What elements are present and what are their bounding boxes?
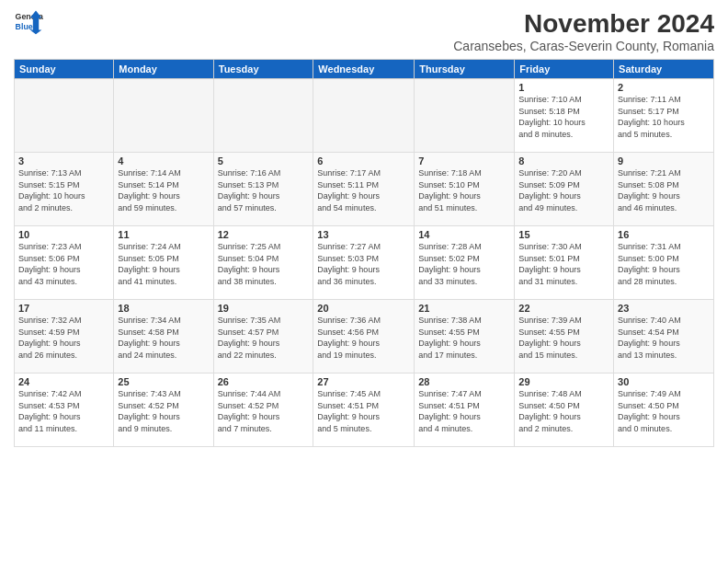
title-area: November 2024 Caransebes, Caras-Severin … bbox=[453, 9, 714, 53]
week-row-1: 1Sunrise: 7:10 AM Sunset: 5:18 PM Daylig… bbox=[15, 79, 714, 153]
day-number: 18 bbox=[118, 303, 209, 314]
day-cell: 30Sunrise: 7:49 AM Sunset: 4:50 PM Dayli… bbox=[614, 373, 714, 447]
day-number: 11 bbox=[118, 229, 209, 240]
col-sunday: Sunday bbox=[15, 60, 114, 79]
day-cell bbox=[313, 79, 415, 153]
day-info: Sunrise: 7:32 AM Sunset: 4:59 PM Dayligh… bbox=[18, 315, 109, 361]
col-friday: Friday bbox=[515, 60, 614, 79]
day-info: Sunrise: 7:14 AM Sunset: 5:14 PM Dayligh… bbox=[118, 167, 209, 213]
day-cell: 16Sunrise: 7:31 AM Sunset: 5:00 PM Dayli… bbox=[614, 226, 714, 300]
day-number: 25 bbox=[118, 376, 209, 387]
day-number: 14 bbox=[418, 229, 510, 240]
day-cell: 23Sunrise: 7:40 AM Sunset: 4:54 PM Dayli… bbox=[614, 300, 714, 373]
day-cell: 20Sunrise: 7:36 AM Sunset: 4:56 PM Dayli… bbox=[313, 300, 415, 373]
day-cell bbox=[213, 79, 313, 153]
day-number: 5 bbox=[218, 155, 310, 167]
day-cell: 7Sunrise: 7:18 AM Sunset: 5:10 PM Daylig… bbox=[415, 153, 515, 226]
day-info: Sunrise: 7:21 AM Sunset: 5:08 PM Dayligh… bbox=[618, 167, 710, 213]
day-info: Sunrise: 7:49 AM Sunset: 4:50 PM Dayligh… bbox=[618, 388, 710, 434]
day-info: Sunrise: 7:44 AM Sunset: 4:52 PM Dayligh… bbox=[218, 388, 310, 434]
week-row-3: 10Sunrise: 7:23 AM Sunset: 5:06 PM Dayli… bbox=[15, 226, 714, 300]
day-info: Sunrise: 7:36 AM Sunset: 4:56 PM Dayligh… bbox=[317, 315, 410, 361]
logo-icon: General Blue bbox=[14, 9, 43, 35]
day-number: 29 bbox=[518, 376, 609, 387]
day-info: Sunrise: 7:38 AM Sunset: 4:55 PM Dayligh… bbox=[418, 315, 510, 361]
day-cell: 8Sunrise: 7:20 AM Sunset: 5:09 PM Daylig… bbox=[515, 153, 614, 226]
week-row-5: 24Sunrise: 7:42 AM Sunset: 4:53 PM Dayli… bbox=[15, 373, 714, 447]
day-info: Sunrise: 7:23 AM Sunset: 5:06 PM Dayligh… bbox=[18, 241, 109, 287]
day-cell: 2Sunrise: 7:11 AM Sunset: 5:17 PM Daylig… bbox=[614, 79, 714, 153]
day-cell: 25Sunrise: 7:43 AM Sunset: 4:52 PM Dayli… bbox=[114, 373, 213, 447]
day-info: Sunrise: 7:30 AM Sunset: 5:01 PM Dayligh… bbox=[518, 241, 609, 287]
day-info: Sunrise: 7:48 AM Sunset: 4:50 PM Dayligh… bbox=[518, 388, 609, 434]
day-cell: 15Sunrise: 7:30 AM Sunset: 5:01 PM Dayli… bbox=[515, 226, 614, 300]
day-number: 24 bbox=[18, 376, 109, 387]
day-number: 26 bbox=[218, 376, 310, 387]
day-info: Sunrise: 7:27 AM Sunset: 5:03 PM Dayligh… bbox=[317, 241, 410, 287]
day-info: Sunrise: 7:13 AM Sunset: 5:15 PM Dayligh… bbox=[18, 167, 109, 213]
day-info: Sunrise: 7:20 AM Sunset: 5:09 PM Dayligh… bbox=[518, 167, 609, 213]
day-cell: 10Sunrise: 7:23 AM Sunset: 5:06 PM Dayli… bbox=[15, 226, 114, 300]
day-cell bbox=[15, 79, 114, 153]
day-info: Sunrise: 7:18 AM Sunset: 5:10 PM Dayligh… bbox=[418, 167, 510, 213]
day-info: Sunrise: 7:40 AM Sunset: 4:54 PM Dayligh… bbox=[618, 315, 710, 361]
day-info: Sunrise: 7:42 AM Sunset: 4:53 PM Dayligh… bbox=[18, 388, 109, 434]
day-number: 8 bbox=[518, 155, 609, 167]
day-info: Sunrise: 7:31 AM Sunset: 5:00 PM Dayligh… bbox=[618, 241, 710, 287]
col-thursday: Thursday bbox=[415, 60, 515, 79]
day-cell: 22Sunrise: 7:39 AM Sunset: 4:55 PM Dayli… bbox=[515, 300, 614, 373]
day-cell: 4Sunrise: 7:14 AM Sunset: 5:14 PM Daylig… bbox=[114, 153, 213, 226]
day-info: Sunrise: 7:45 AM Sunset: 4:51 PM Dayligh… bbox=[317, 388, 410, 434]
day-cell: 24Sunrise: 7:42 AM Sunset: 4:53 PM Dayli… bbox=[15, 373, 114, 447]
day-number: 22 bbox=[518, 303, 609, 314]
day-info: Sunrise: 7:25 AM Sunset: 5:04 PM Dayligh… bbox=[218, 241, 310, 287]
day-cell bbox=[114, 79, 213, 153]
day-cell: 26Sunrise: 7:44 AM Sunset: 4:52 PM Dayli… bbox=[213, 373, 313, 447]
day-cell: 11Sunrise: 7:24 AM Sunset: 5:05 PM Dayli… bbox=[114, 226, 213, 300]
header-row: Sunday Monday Tuesday Wednesday Thursday… bbox=[15, 60, 714, 79]
col-tuesday: Tuesday bbox=[213, 60, 313, 79]
day-number: 3 bbox=[18, 155, 109, 167]
day-number: 28 bbox=[418, 376, 510, 387]
day-info: Sunrise: 7:10 AM Sunset: 5:18 PM Dayligh… bbox=[518, 94, 609, 140]
day-number: 2 bbox=[618, 82, 710, 93]
day-info: Sunrise: 7:47 AM Sunset: 4:51 PM Dayligh… bbox=[418, 388, 510, 434]
day-number: 23 bbox=[618, 303, 710, 314]
day-cell: 18Sunrise: 7:34 AM Sunset: 4:58 PM Dayli… bbox=[114, 300, 213, 373]
day-cell: 9Sunrise: 7:21 AM Sunset: 5:08 PM Daylig… bbox=[614, 153, 714, 226]
day-number: 9 bbox=[618, 155, 710, 167]
day-cell: 1Sunrise: 7:10 AM Sunset: 5:18 PM Daylig… bbox=[515, 79, 614, 153]
day-number: 15 bbox=[518, 229, 609, 240]
day-cell: 17Sunrise: 7:32 AM Sunset: 4:59 PM Dayli… bbox=[15, 300, 114, 373]
day-cell: 29Sunrise: 7:48 AM Sunset: 4:50 PM Dayli… bbox=[515, 373, 614, 447]
day-info: Sunrise: 7:35 AM Sunset: 4:57 PM Dayligh… bbox=[218, 315, 310, 361]
day-info: Sunrise: 7:34 AM Sunset: 4:58 PM Dayligh… bbox=[118, 315, 209, 361]
day-number: 7 bbox=[418, 155, 510, 167]
logo: General Blue bbox=[14, 9, 43, 35]
col-monday: Monday bbox=[114, 60, 213, 79]
week-row-4: 17Sunrise: 7:32 AM Sunset: 4:59 PM Dayli… bbox=[15, 300, 714, 373]
day-number: 1 bbox=[518, 82, 609, 93]
svg-text:Blue: Blue bbox=[16, 22, 33, 31]
day-cell: 13Sunrise: 7:27 AM Sunset: 5:03 PM Dayli… bbox=[313, 226, 415, 300]
day-number: 20 bbox=[317, 303, 410, 314]
day-cell: 27Sunrise: 7:45 AM Sunset: 4:51 PM Dayli… bbox=[313, 373, 415, 447]
day-cell: 28Sunrise: 7:47 AM Sunset: 4:51 PM Dayli… bbox=[415, 373, 515, 447]
day-info: Sunrise: 7:24 AM Sunset: 5:05 PM Dayligh… bbox=[118, 241, 209, 287]
day-number: 21 bbox=[418, 303, 510, 314]
col-wednesday: Wednesday bbox=[313, 60, 415, 79]
day-number: 19 bbox=[218, 303, 310, 314]
page: General Blue November 2024 Caransebes, C… bbox=[0, 0, 728, 563]
day-number: 13 bbox=[317, 229, 410, 240]
day-info: Sunrise: 7:28 AM Sunset: 5:02 PM Dayligh… bbox=[418, 241, 510, 287]
day-number: 16 bbox=[618, 229, 710, 240]
day-info: Sunrise: 7:11 AM Sunset: 5:17 PM Dayligh… bbox=[618, 94, 710, 140]
col-saturday: Saturday bbox=[614, 60, 714, 79]
day-info: Sunrise: 7:16 AM Sunset: 5:13 PM Dayligh… bbox=[218, 167, 310, 213]
day-cell: 21Sunrise: 7:38 AM Sunset: 4:55 PM Dayli… bbox=[415, 300, 515, 373]
day-info: Sunrise: 7:17 AM Sunset: 5:11 PM Dayligh… bbox=[317, 167, 410, 213]
day-cell: 6Sunrise: 7:17 AM Sunset: 5:11 PM Daylig… bbox=[313, 153, 415, 226]
day-cell: 14Sunrise: 7:28 AM Sunset: 5:02 PM Dayli… bbox=[415, 226, 515, 300]
week-row-2: 3Sunrise: 7:13 AM Sunset: 5:15 PM Daylig… bbox=[15, 153, 714, 226]
day-number: 4 bbox=[118, 155, 209, 167]
